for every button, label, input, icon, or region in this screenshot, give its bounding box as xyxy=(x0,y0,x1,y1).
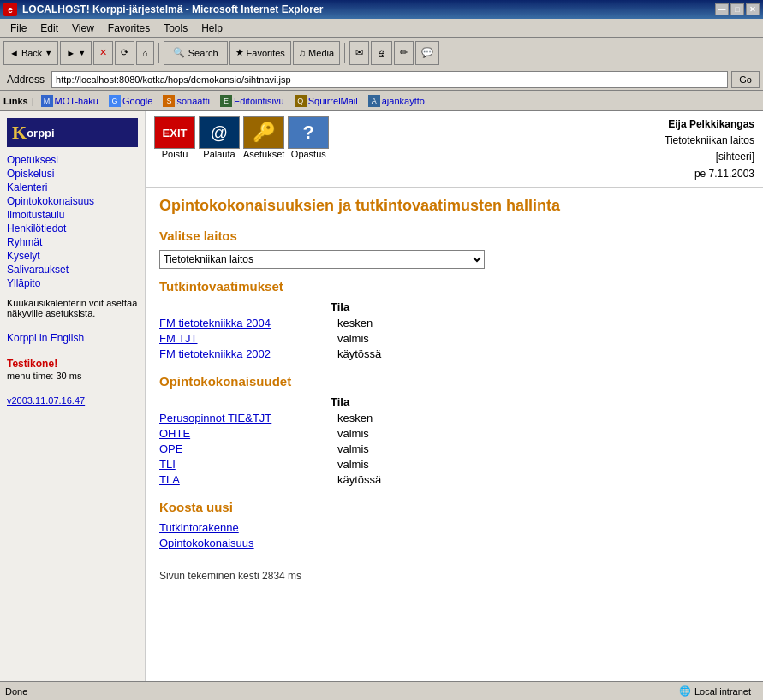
nav-poistu[interactable]: EXIT Poistu xyxy=(154,116,195,159)
opastus-btn-img[interactable]: ? xyxy=(288,116,329,149)
palauta-btn-img[interactable]: @ xyxy=(199,116,240,149)
table-row: OPE valmis xyxy=(159,442,749,455)
menu-file[interactable]: File xyxy=(3,21,33,36)
ok-link-1[interactable]: Perusopinnot TIE&TJT xyxy=(159,412,331,424)
ok-status-3: valmis xyxy=(337,442,369,455)
tutkintovaatimukset-table: Tila FM tietotekniikka 2004 kesken FM TJ… xyxy=(159,300,749,360)
refresh-button[interactable]: ⟳ xyxy=(115,41,134,65)
forward-dropdown-icon[interactable]: ▼ xyxy=(78,49,86,57)
mail-button[interactable]: ✉ xyxy=(349,41,369,65)
ok-link-4[interactable]: TLI xyxy=(159,458,331,471)
laitos-select-container: Tietotekniikan laitos xyxy=(159,250,749,269)
koosta-link-2[interactable]: Opintokokonaisuus xyxy=(159,537,749,549)
nav-ryhmat[interactable]: Ryhmät xyxy=(7,236,138,248)
tv-status-3: käytössä xyxy=(337,347,381,360)
nav-ilmoitustaulu[interactable]: Ilmoitustaulu xyxy=(7,209,138,221)
minimize-button[interactable]: — xyxy=(715,3,729,15)
tv-link-2[interactable]: FM TJT xyxy=(159,332,331,345)
poistu-label: Poistu xyxy=(162,149,188,159)
link-mot-haku[interactable]: M MOT-haku xyxy=(38,95,102,107)
address-input[interactable] xyxy=(51,71,728,88)
print-button[interactable]: 🖨 xyxy=(371,41,392,65)
media-icon: ♫ xyxy=(299,48,306,58)
menu-time: menu time: 30 ms xyxy=(7,371,81,381)
tv-link-3[interactable]: FM tietotekniikka 2002 xyxy=(159,347,331,360)
page-title: Opintokokonaisuuksien ja tutkintovaatimu… xyxy=(159,197,749,215)
address-bar: Address Go xyxy=(0,68,763,91)
nav-opintokokonaisuus[interactable]: Opintokokonaisuus xyxy=(7,195,138,207)
nav-kalenteri[interactable]: Kalenteri xyxy=(7,181,138,193)
sidebar: K orppi Opetuksesi Opiskelusi Kalenteri … xyxy=(0,111,146,681)
page-content: Opintokokonaisuuksien ja tutkintovaatimu… xyxy=(146,188,763,681)
go-button[interactable]: Go xyxy=(731,71,760,88)
koosta-link-1[interactable]: Tutkintorakenne xyxy=(159,521,749,534)
toolbar-sep-2 xyxy=(344,43,345,63)
table-row: FM tietotekniikka 2002 käytössä xyxy=(159,347,749,360)
user-name: Eija Pelkkikangas xyxy=(665,116,754,133)
menu-view[interactable]: View xyxy=(65,21,101,36)
menu-help[interactable]: Help xyxy=(194,21,229,36)
korppi-english-link[interactable]: Korppi in English xyxy=(7,332,138,344)
link-google[interactable]: G Google xyxy=(105,95,156,107)
content-header: EXIT Poistu @ Palauta 🔑 Asetukset ? Opas… xyxy=(146,111,763,188)
version-link[interactable]: v2003.11.07.16.47 xyxy=(7,395,138,406)
nav-opetuksesi[interactable]: Opetuksesi xyxy=(7,154,138,166)
poistu-btn-img[interactable]: EXIT xyxy=(154,116,195,149)
nav-kyselyt[interactable]: Kyselyt xyxy=(7,250,138,262)
table-row: FM tietotekniikka 2004 kesken xyxy=(159,317,749,329)
title-bar: e LOCALHOST! Korppi-järjestelmä - Micros… xyxy=(0,0,763,19)
menu-edit[interactable]: Edit xyxy=(33,21,65,36)
window-title: LOCALHOST! Korppi-järjestelmä - Microsof… xyxy=(22,3,715,15)
ok-link-2[interactable]: OHTE xyxy=(159,427,331,440)
main-area: K orppi Opetuksesi Opiskelusi Kalenteri … xyxy=(0,111,763,681)
favorites-button[interactable]: ★ Favorites xyxy=(229,41,291,65)
close-button[interactable]: ✕ xyxy=(746,3,760,15)
mot-favicon: M xyxy=(41,95,53,107)
nav-henkilotiedot[interactable]: Henkilötiedot xyxy=(7,222,138,234)
nav-salivaraukset[interactable]: Salivaraukset xyxy=(7,264,138,276)
menu-tools[interactable]: Tools xyxy=(157,21,194,36)
section-tutkintovaatimukset-title: Tutkintovaatimukset xyxy=(159,279,749,294)
star-icon: ★ xyxy=(235,47,244,58)
nav-palauta[interactable]: @ Palauta xyxy=(199,116,240,159)
sonaatti-favicon: S xyxy=(163,95,175,107)
tv-link-1[interactable]: FM tietotekniikka 2004 xyxy=(159,317,331,329)
menu-favorites[interactable]: Favorites xyxy=(101,21,157,36)
edit-icon: ✏ xyxy=(400,47,408,58)
ok-link-5[interactable]: TLA xyxy=(159,473,331,486)
edit-button[interactable]: ✏ xyxy=(394,41,414,65)
testikone-label: Testikone! xyxy=(7,358,57,370)
link-editointisivu[interactable]: E Editointisivu xyxy=(217,95,288,107)
section-laitos-title: Valitse laitos xyxy=(159,228,749,243)
ok-status-1: kesken xyxy=(337,412,373,424)
content-wrapper: EXIT Poistu @ Palauta 🔑 Asetukset ? Opas… xyxy=(146,111,763,681)
home-button[interactable]: ⌂ xyxy=(136,41,154,65)
nav-opastus[interactable]: ? Opastus xyxy=(288,116,329,159)
search-button[interactable]: 🔍 Search xyxy=(164,41,228,65)
asetukset-btn-img[interactable]: 🔑 xyxy=(243,116,284,149)
logo-text: orppi xyxy=(27,127,55,139)
link-squirrelmail[interactable]: Q SquirrelMail xyxy=(291,95,361,107)
ajankaytto-favicon: A xyxy=(368,95,380,107)
ok-link-3[interactable]: OPE xyxy=(159,442,331,455)
back-button[interactable]: ◄ Back ▼ xyxy=(3,41,58,65)
nav-yllapito[interactable]: Ylläpito xyxy=(7,277,138,289)
squirrel-favicon: Q xyxy=(295,95,307,107)
link-ajankaytto[interactable]: A ajankäyttö xyxy=(365,95,428,107)
status-zone: 🌐 Local intranet xyxy=(679,685,758,697)
nav-opiskelusi[interactable]: Opiskelusi xyxy=(7,168,138,180)
stop-button[interactable]: ✕ xyxy=(93,41,113,65)
toolbar: ◄ Back ▼ ► ▼ ✕ ⟳ ⌂ 🔍 Search ★ Favorites … xyxy=(0,38,763,68)
nav-asetukset[interactable]: 🔑 Asetukset xyxy=(243,116,284,159)
link-sonaatti[interactable]: S sonaatti xyxy=(159,95,213,107)
media-button[interactable]: ♫ Media xyxy=(293,41,340,65)
zone-label: Local intranet xyxy=(694,686,751,697)
user-info: Eija Pelkkikangas Tietotekniikan laitos … xyxy=(665,116,754,182)
discuss-button[interactable]: 💬 xyxy=(415,41,439,65)
forward-button[interactable]: ► ▼ xyxy=(60,41,92,65)
maximize-button[interactable]: □ xyxy=(730,3,744,15)
calendar-note: Kuukausikalenterin voit asettaa näkyvill… xyxy=(7,298,138,318)
laitos-select[interactable]: Tietotekniikan laitos xyxy=(159,250,485,269)
user-dept: Tietotekniikan laitos xyxy=(665,133,754,149)
back-dropdown-icon[interactable]: ▼ xyxy=(45,49,52,57)
